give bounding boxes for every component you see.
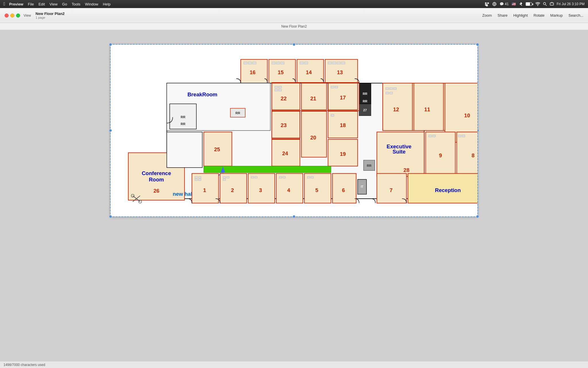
doc-title-bar: New Floor Plan2 bbox=[0, 23, 588, 30]
battery-icon bbox=[526, 2, 532, 6]
dropbox-icon bbox=[485, 2, 489, 6]
svg-text:25: 25 bbox=[214, 146, 220, 152]
svg-text:26: 26 bbox=[153, 188, 159, 194]
floor-plan-svg: .room-fill { fill: #f5e6c8; stroke: #cc2… bbox=[111, 45, 477, 216]
svg-rect-120 bbox=[198, 179, 201, 181]
svg-text:RR: RR bbox=[363, 99, 367, 103]
svg-text:RR: RR bbox=[181, 115, 185, 119]
svg-rect-22 bbox=[337, 62, 340, 64]
svg-rect-123 bbox=[223, 179, 226, 181]
clock: Fri Jul 26 3:10 PM bbox=[557, 2, 585, 6]
svg-rect-119 bbox=[195, 179, 198, 181]
svg-text:13: 13 bbox=[337, 69, 343, 75]
svg-rect-13 bbox=[281, 62, 284, 64]
toolbar: View New Floor Plan2 1 page Zoom Share H… bbox=[0, 8, 588, 23]
svg-text:23: 23 bbox=[281, 122, 287, 128]
svg-text:BreakRoom: BreakRoom bbox=[187, 91, 217, 97]
svg-text:20: 20 bbox=[310, 135, 316, 141]
svg-text:24: 24 bbox=[282, 150, 288, 156]
svg-rect-32 bbox=[386, 88, 389, 90]
menubar-view[interactable]: View bbox=[49, 2, 57, 6]
svg-rect-34 bbox=[393, 88, 396, 90]
svg-rect-127 bbox=[283, 177, 285, 178]
svg-text:Room: Room bbox=[149, 177, 164, 183]
menubar:  Preview File Edit View Go Tools Window… bbox=[0, 0, 588, 8]
svg-text:19: 19 bbox=[340, 151, 346, 157]
close-button[interactable] bbox=[5, 14, 9, 18]
svg-rect-69 bbox=[301, 111, 327, 157]
menubar-go[interactable]: Go bbox=[62, 2, 67, 6]
svg-text:Conference: Conference bbox=[142, 170, 171, 176]
file-pages: 1 page bbox=[36, 16, 65, 19]
svg-rect-94 bbox=[204, 166, 331, 173]
svg-rect-62 bbox=[331, 114, 334, 116]
language-flag: 🇺🇸 bbox=[512, 2, 516, 6]
svg-rect-6 bbox=[244, 62, 247, 64]
highlight-button[interactable]: Highlight bbox=[513, 13, 528, 18]
svg-text:3: 3 bbox=[259, 187, 262, 193]
svg-rect-125 bbox=[255, 177, 257, 178]
status-bar: 1498/7000 characters used bbox=[0, 361, 588, 368]
bluetooth-icon bbox=[519, 2, 523, 6]
chars-used: 1498/7000 characters used bbox=[3, 363, 45, 367]
svg-rect-129 bbox=[311, 177, 314, 178]
svg-rect-128 bbox=[307, 177, 310, 178]
svg-text:14: 14 bbox=[306, 69, 312, 75]
svg-text:1: 1 bbox=[203, 187, 206, 193]
zoom-button[interactable]: Zoom bbox=[482, 13, 492, 18]
svg-rect-21 bbox=[332, 62, 336, 64]
svg-line-2 bbox=[546, 5, 547, 6]
maximize-button[interactable] bbox=[16, 14, 20, 18]
svg-rect-42 bbox=[432, 135, 435, 137]
search-button[interactable]: Search... bbox=[568, 13, 583, 18]
menubar-help[interactable]: Help bbox=[103, 2, 111, 6]
svg-rect-132 bbox=[167, 132, 202, 168]
svg-text:7: 7 bbox=[390, 187, 392, 193]
svg-text:RR: RR bbox=[235, 111, 240, 115]
menubar-preview[interactable]: Preview bbox=[9, 2, 23, 6]
menubar-tools[interactable]: Tools bbox=[72, 2, 80, 6]
svg-rect-75 bbox=[275, 86, 278, 88]
svg-rect-117 bbox=[195, 177, 198, 178]
floor-plan-container: .room-fill { fill: #f5e6c8; stroke: #cc2… bbox=[111, 45, 477, 216]
view-toggle[interactable]: View bbox=[24, 14, 31, 18]
menubar-file[interactable]: File bbox=[28, 2, 34, 6]
document-page: .room-fill { fill: #f5e6c8; stroke: #cc2… bbox=[110, 44, 478, 217]
svg-text:RR: RR bbox=[367, 164, 372, 167]
wifi-icon bbox=[535, 2, 540, 6]
svg-rect-122 bbox=[227, 177, 229, 178]
search-menubar-icon[interactable] bbox=[543, 2, 547, 6]
svg-text:8: 8 bbox=[471, 152, 474, 158]
svg-text:Reception: Reception bbox=[435, 187, 461, 193]
svg-rect-12 bbox=[276, 62, 280, 64]
svg-rect-17 bbox=[304, 62, 308, 64]
menubar-edit[interactable]: Edit bbox=[38, 2, 45, 6]
svg-text:Suite: Suite bbox=[392, 149, 405, 155]
svg-rect-8 bbox=[253, 62, 256, 64]
svg-text:17: 17 bbox=[340, 95, 346, 101]
svg-rect-3 bbox=[550, 3, 554, 5]
menubar-window[interactable]: Window bbox=[85, 2, 98, 6]
svg-rect-41 bbox=[429, 135, 432, 137]
markup-button[interactable]: Markup bbox=[550, 13, 563, 18]
traffic-lights bbox=[5, 14, 20, 18]
svg-text:6: 6 bbox=[342, 187, 345, 193]
file-info: New Floor Plan2 1 page bbox=[36, 12, 65, 19]
svg-rect-20 bbox=[328, 62, 332, 64]
svg-text:2: 2 bbox=[231, 187, 234, 193]
svg-text:12: 12 bbox=[393, 106, 399, 112]
minimize-button[interactable] bbox=[10, 14, 14, 18]
share-button[interactable]: Share bbox=[498, 13, 508, 18]
apple-menu[interactable]:  bbox=[3, 1, 5, 7]
svg-rect-76 bbox=[278, 86, 281, 88]
svg-text:11: 11 bbox=[424, 106, 430, 112]
rotate-button[interactable]: Rotate bbox=[533, 13, 544, 18]
svg-point-1 bbox=[543, 3, 546, 5]
svg-rect-36 bbox=[390, 92, 392, 94]
wechat-indicator: 💬 41 bbox=[500, 2, 509, 6]
notification-icon[interactable] bbox=[550, 2, 554, 6]
svg-text:22: 22 bbox=[281, 95, 287, 101]
main-content: .room-fill { fill: #f5e6c8; stroke: #cc2… bbox=[0, 30, 588, 361]
svg-text:21: 21 bbox=[310, 95, 316, 101]
svg-rect-23 bbox=[341, 62, 345, 64]
